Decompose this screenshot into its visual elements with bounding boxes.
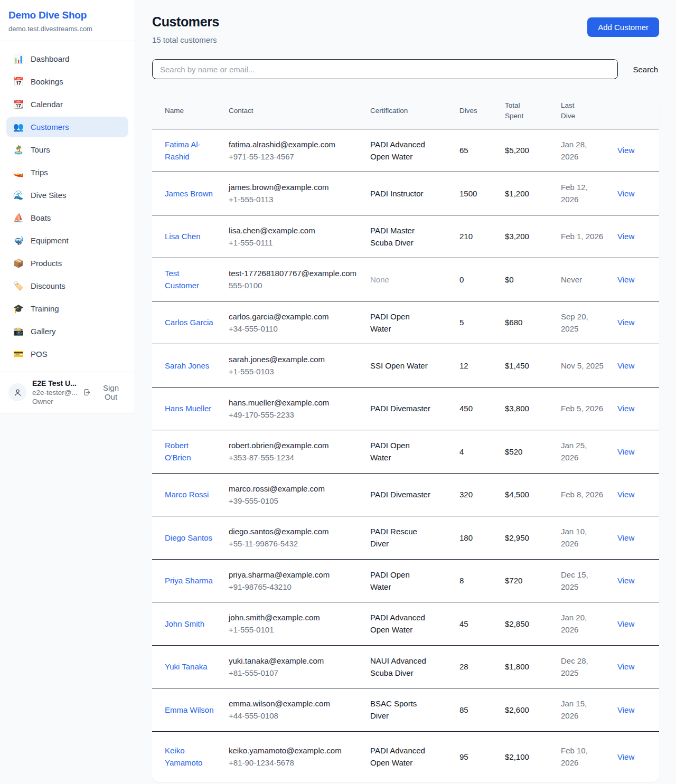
customer-name-link[interactable]: Priya Sharma (165, 574, 213, 587)
camera-icon: 📸 (13, 326, 24, 336)
customer-name-link[interactable]: Test Customer (165, 267, 215, 292)
view-link[interactable]: View (617, 189, 634, 198)
sidebar-item-tours[interactable]: 🏝️ Tours (6, 139, 128, 160)
customer-certification: NAUI Advanced Scuba Diver (370, 655, 433, 679)
customer-dives: 12 (459, 361, 468, 370)
customer-name-link[interactable]: John Smith (165, 618, 204, 630)
view-link[interactable]: View (617, 533, 634, 542)
sidebar: Demo Dive Shop demo.test.divestreams.com… (0, 0, 135, 413)
customer-phone: +39-555-0105 (229, 495, 362, 507)
sidebar-item-gallery[interactable]: 📸 Gallery (6, 321, 128, 342)
customer-name-link[interactable]: James Brown (165, 187, 213, 200)
view-link[interactable]: View (617, 404, 634, 413)
customer-dives: 85 (459, 705, 468, 714)
customer-total-spent: $2,600 (505, 705, 529, 714)
sidebar-item-calendar[interactable]: 📆 Calendar (6, 94, 128, 115)
view-link[interactable]: View (617, 619, 634, 628)
customer-name-link[interactable]: Hans Mueller (165, 402, 211, 414)
view-link[interactable]: View (617, 576, 634, 585)
table-row: Yuki Tanaka yuki.tanaka@example.com +81-… (152, 645, 659, 688)
sidebar-item-bookings[interactable]: 📅 Bookings (6, 71, 128, 92)
sidebar-item-trips[interactable]: 🚤 Trips (6, 162, 128, 183)
user-meta: E2E Test U... e2e-tester@... Owner (32, 379, 77, 405)
customer-email: marco.rossi@example.com (229, 483, 362, 495)
sidebar-item-dashboard[interactable]: 📊 Dashboard (6, 49, 128, 69)
customer-certification: PADI Advanced Open Water (370, 611, 433, 636)
bar-chart-icon: 📊 (13, 54, 24, 64)
customer-total-spent: $720 (505, 576, 522, 585)
customer-email: diego.santos@example.com (229, 525, 362, 537)
customer-name-link[interactable]: Sarah Jones (165, 360, 209, 372)
add-customer-button[interactable]: Add Customer (587, 17, 659, 37)
view-link[interactable]: View (617, 662, 634, 671)
customer-email: sarah.jones@example.com (229, 353, 362, 365)
customer-last-dive: Jan 20, 2026 (561, 611, 605, 636)
sidebar-item-pos[interactable]: 💳 POS (6, 344, 128, 364)
sidebar-item-boats[interactable]: ⛵ Boats (6, 207, 128, 228)
customer-total-spent: $5,200 (505, 146, 529, 155)
table-row: Sarah Jones sarah.jones@example.com +1-5… (152, 344, 659, 388)
sidebar-item-customers[interactable]: 👥 Customers (6, 117, 128, 137)
customer-email: emma.wilson@example.com (229, 697, 362, 710)
customer-certification: PADI Master Scuba Diver (370, 224, 433, 249)
view-link[interactable]: View (617, 361, 634, 370)
customer-dives: 1500 (459, 189, 477, 198)
sign-out-label: Sign Out (96, 383, 126, 401)
view-link[interactable]: View (617, 232, 634, 241)
customer-phone: +91-98765-43210 (229, 581, 362, 593)
sidebar-item-training[interactable]: 🎓 Training (6, 298, 128, 319)
customer-name-link[interactable]: Carlos Garcia (165, 316, 213, 328)
speedboat-icon: 🚤 (13, 167, 24, 177)
customer-dives: 28 (459, 662, 468, 671)
diving-mask-icon: 🤿 (13, 235, 24, 245)
customer-name-link[interactable]: Marco Rossi (165, 488, 209, 500)
view-link[interactable]: View (617, 752, 634, 761)
customer-name-link[interactable]: Robert O'Brien (165, 439, 215, 464)
customer-total-spent: $0 (505, 275, 514, 284)
sign-out-button[interactable]: Sign Out (83, 383, 126, 401)
customer-name-link[interactable]: Lisa Chen (165, 230, 201, 242)
view-link[interactable]: View (617, 318, 634, 327)
customer-name-link[interactable]: Yuki Tanaka (165, 660, 208, 673)
view-link[interactable]: View (617, 447, 634, 456)
view-link[interactable]: View (617, 490, 634, 499)
customer-phone: +1-555-0101 (229, 624, 362, 636)
customer-email: john.smith@example.com (229, 611, 362, 624)
customer-phone: +1-555-0113 (229, 193, 362, 205)
search-input[interactable] (152, 59, 618, 79)
view-link[interactable]: View (617, 275, 634, 284)
page-title: Customers (152, 14, 219, 30)
customer-last-dive: Sep 20, 2025 (561, 310, 605, 335)
customer-total-spent: $1,800 (505, 662, 529, 671)
customer-email: priya.sharma@example.com (229, 569, 362, 581)
customer-name-link[interactable]: Keiko Yamamoto (165, 744, 215, 769)
table-row: Hans Mueller hans.mueller@example.com +4… (152, 387, 659, 430)
customer-phone: +44-555-0108 (229, 710, 362, 722)
customer-name-link[interactable]: Emma Wilson (165, 704, 214, 716)
customer-name-link[interactable]: Fatima Al-Rashid (165, 138, 215, 163)
customer-email: robert.obrien@example.com (229, 439, 362, 451)
customer-certification: PADI Advanced Open Water (370, 138, 433, 163)
view-link[interactable]: View (617, 146, 634, 155)
customer-name-link[interactable]: Diego Santos (165, 532, 212, 544)
sailboat-icon: ⛵ (13, 213, 24, 223)
search-button[interactable]: Search (632, 62, 659, 77)
view-link[interactable]: View (617, 705, 634, 714)
credit-card-icon: 💳 (13, 349, 24, 359)
customer-last-dive: Never (561, 273, 582, 286)
sidebar-item-products[interactable]: 📦 Products (6, 253, 128, 273)
customer-dives: 210 (459, 232, 473, 241)
wave-icon: 🌊 (13, 190, 24, 200)
customer-dives: 5 (459, 318, 464, 327)
customer-total-spent: $4,500 (505, 490, 529, 499)
sidebar-item-dive-sites[interactable]: 🌊 Dive Sites (6, 185, 128, 205)
col-header-actions (617, 93, 659, 129)
sidebar-item-discounts[interactable]: 🏷️ Discounts (6, 276, 128, 296)
customer-email: james.brown@example.com (229, 181, 362, 193)
customers-table: Name Contact Certification Dives Total S… (152, 93, 659, 782)
user-role: Owner (32, 398, 77, 405)
col-header-contact: Contact (229, 93, 370, 129)
customer-dives: 320 (459, 490, 473, 499)
sidebar-item-equipment[interactable]: 🤿 Equipment (6, 230, 128, 251)
col-header-certification: Certification (370, 93, 459, 129)
